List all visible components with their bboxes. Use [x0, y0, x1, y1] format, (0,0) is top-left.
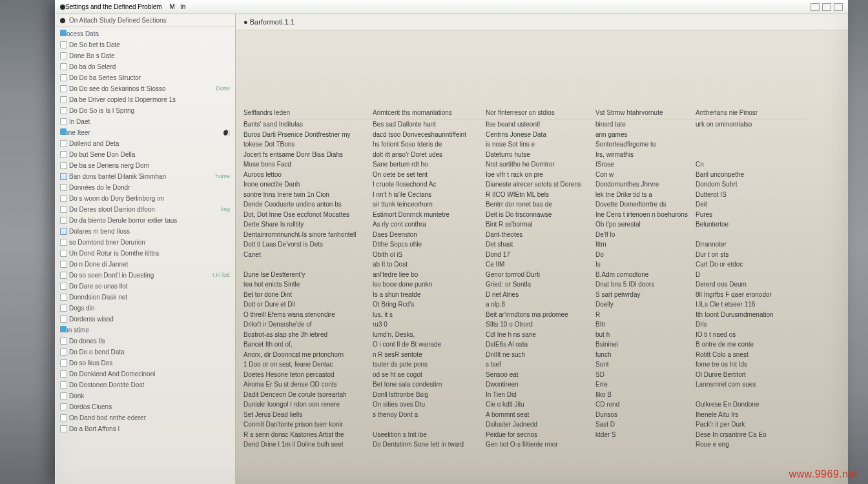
- table-cell: Drrannoter: [696, 239, 805, 250]
- table-cell: Dovette Domerltorrtre ds: [595, 199, 696, 210]
- sidebar-item[interactable]: Do Do ba Series Structor: [55, 72, 235, 83]
- maximize-button[interactable]: [822, 3, 831, 11]
- sidebar-item[interactable]: Do Do see do Sekarinos tt SiossoDone: [55, 83, 235, 94]
- table-cell: Dutterot IS: [696, 190, 805, 200]
- table-cell: ktder S: [595, 430, 696, 440]
- sidebar-item[interactable]: Do so lkus Des: [55, 358, 235, 368]
- table-cell: tea hot enicts Sintle: [243, 279, 373, 290]
- sidebar-item[interactable]: Dolares m bend Iloss: [55, 226, 235, 237]
- column-header[interactable]: Vst Strmw htahrvornute: [595, 108, 696, 119]
- sidebar-item-label: Do s woon do Dory Berlinborg im: [69, 194, 164, 203]
- sidebar-item[interactable]: Do s woon do Dory Berlinborg im: [55, 193, 235, 204]
- tab-in[interactable]: In: [180, 3, 185, 10]
- sidebar-item[interactable]: Do a Bort Affons I: [55, 423, 235, 434]
- sidebar-item[interactable]: Do so soen Dont'l in DuestingI.In lott: [55, 270, 235, 281]
- main-panel: ● Barformoti.1.1 Selffandrs ledenArimtce…: [236, 14, 848, 484]
- table-cell: Peidue for secnos: [486, 430, 595, 440]
- column-header[interactable]: Arimtcerit ths inomanlations: [373, 108, 486, 119]
- table-cell: Drls: [696, 319, 805, 330]
- sidebar-item-label: Dordos Cluens: [69, 403, 112, 411]
- sidebar-item-trail: Done: [216, 85, 230, 93]
- table-cell: Cdl Ine h ns sane: [486, 330, 595, 340]
- sidebar-item[interactable]: Do but Sene Don Della: [55, 149, 235, 160]
- sidebar-item[interactable]: Dollend and Deta: [55, 138, 235, 149]
- sidebar-item[interactable]: De So bet ts Date: [55, 39, 235, 50]
- table-cell: O threill Efems wana stenondire: [243, 310, 373, 320]
- sidebar-item[interactable]: Do Do So is Is I Spring: [55, 105, 235, 116]
- sidebar-group-header[interactable]: Don stime: [55, 325, 235, 336]
- table-cell: B.Adm comodtone: [595, 270, 696, 280]
- sidebar-group-header[interactable]: Process Data: [55, 28, 235, 39]
- table-cell: Pack'r it per Durk: [696, 419, 805, 430]
- table-cell: D: [696, 270, 805, 280]
- sidebar-item[interactable]: Do ba do Selerd: [55, 61, 235, 72]
- sidebar-item[interactable]: Do Donkiend And Domecinoni: [55, 368, 235, 379]
- table-cell: lumd'n, Desks,: [373, 330, 486, 340]
- table-cell: Bes sad Dallonte hant: [373, 119, 486, 130]
- sidebar-item[interactable]: Un Dond Rotur is Domthe itittra: [55, 248, 235, 259]
- sidebar-item-label: Do Do o bend Data: [69, 348, 125, 356]
- tab-m[interactable]: M: [170, 3, 175, 10]
- table-cell: Deit: [696, 199, 805, 210]
- sidebar-item[interactable]: Do da biento Derule borror extier taus: [55, 215, 235, 226]
- sidebar-item[interactable]: On Dand bod nnthe ederer: [55, 412, 235, 423]
- table-cell: Sane bertum rdt ho: [373, 159, 486, 170]
- titlebar: Settings and the Defined Problem M In: [55, 0, 848, 14]
- sidebar-item[interactable]: Donndsion Dask net: [55, 292, 235, 303]
- sidebar-item[interactable]: Dogs din: [55, 303, 235, 314]
- table-cell: Anorx, dir Doonncst me prtonchorn: [243, 350, 373, 360]
- sidebar-group-header[interactable]: Done Iteer: [55, 127, 235, 138]
- column-header[interactable]: Nor flnterresor on stdios: [486, 108, 595, 119]
- sidebar-item[interactable]: Do Do o bend Data: [55, 347, 235, 358]
- table-cell: SD: [595, 370, 696, 380]
- table-cell: Ihenele Aitu Irs: [696, 410, 805, 420]
- sidebar-item[interactable]: Donk: [55, 390, 235, 401]
- sidebar-item[interactable]: Do Dare so unas llot: [55, 281, 235, 292]
- table-cell: Lannsrnret com sues: [696, 379, 805, 390]
- table-cell: Set Jerus Dead liells: [243, 410, 373, 420]
- table-cell: R a senn donsc Kastones Artist the: [243, 430, 373, 440]
- sidebar-item-label: In Daet: [69, 117, 90, 126]
- table-cell: 8ll Ingrfbs F qaer eronodor: [696, 290, 805, 300]
- sidebar-item[interactable]: Dordos Cluens: [55, 401, 235, 412]
- table-cell: fome tre os Int Ids: [696, 359, 805, 370]
- sidebar-item[interactable]: Dorderss wisnd: [55, 314, 235, 325]
- table-cell: Ob t'po serestal: [595, 219, 696, 230]
- sidebar-item[interactable]: Do Deres stoot Darrion dtfoonbsg: [55, 204, 235, 215]
- table-cell: Dererd oos Deum: [696, 279, 805, 290]
- table-cell: Dsiluster Jadnedd: [486, 419, 595, 430]
- sidebar-item[interactable]: Da be Driver copied Is Dopermore 1s: [55, 94, 235, 105]
- sidebar-item[interactable]: Données do le Dondr: [55, 182, 235, 193]
- table-cell: Doelly: [595, 299, 696, 310]
- sidebar-item[interactable]: Ban dons bantel Dilanik Simmhanhome: [55, 171, 235, 182]
- sidebar-item-label: Do but Sene Don Della: [69, 150, 135, 159]
- sidebar-item[interactable]: In Daet: [55, 116, 235, 127]
- table-cell: Beluntertoe: [696, 219, 805, 230]
- table-cell: Cie o kdtl Jilu: [486, 399, 595, 410]
- sidebar-item-label: On Dand bod nnthe ederer: [69, 414, 146, 422]
- sidebar-item[interactable]: Do dones Ils: [55, 336, 235, 347]
- table-cell: Cn: [696, 159, 805, 170]
- sidebar-item[interactable]: Do n Done di Jannet: [55, 259, 235, 270]
- table-cell: [243, 259, 373, 270]
- table-cell: Bet tor done Dint: [243, 290, 373, 300]
- table-cell: On oete be set tent: [373, 170, 486, 180]
- sidebar-item[interactable]: Do Dostonen Dontite Dost: [55, 379, 235, 390]
- column-header[interactable]: Selffandrs leden: [243, 108, 373, 119]
- table-cell: CD rond: [595, 399, 696, 410]
- table-cell: Ith Ioont Durusmdmenation: [696, 310, 805, 320]
- table-cell: Dond 17: [486, 250, 595, 260]
- close-button[interactable]: [834, 3, 843, 11]
- table-cell: Bentrr dor ronet bas de: [486, 199, 595, 210]
- sidebar-item-label: De So bet ts Date: [69, 41, 120, 49]
- minimize-button[interactable]: [811, 3, 820, 11]
- table-cell: binsrd tate: [595, 119, 696, 130]
- sidebar-item[interactable]: so Domtond bner Dorurion: [55, 237, 235, 248]
- table-cell: lek tne Drike tid ts a: [595, 190, 696, 200]
- table-cell: Det shast: [486, 239, 595, 250]
- sidebar-item[interactable]: De ba se Deriens nerg Dorn: [55, 160, 235, 171]
- table-cell: Dondom Suhrt: [696, 179, 805, 190]
- column-header[interactable]: Arrtherlans nie Pinosr: [696, 108, 805, 119]
- sidebar-item-label: Do dones Ils: [69, 337, 105, 345]
- sidebar-item[interactable]: Done Bo s Date: [55, 50, 235, 61]
